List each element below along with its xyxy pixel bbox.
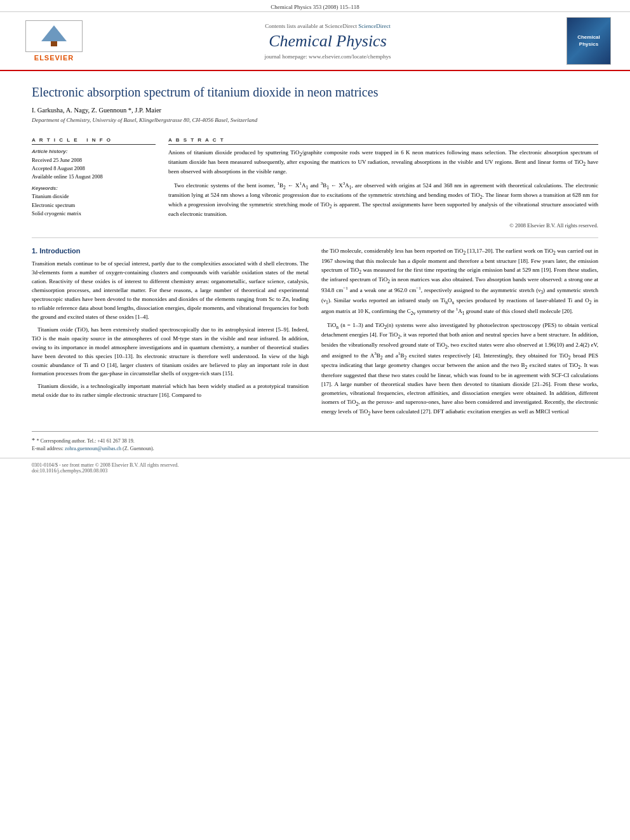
keyword-2: Electronic spectrum bbox=[32, 201, 156, 210]
introduction-body-right: the TiO molecule, considerably less has … bbox=[321, 247, 598, 417]
intro-para-3: Titanium dioxide, is a technologically i… bbox=[32, 382, 309, 400]
right-para-2: TiOn (n = 1–3) and TiO2(n) systems were … bbox=[321, 321, 598, 418]
svg-rect-2 bbox=[51, 41, 57, 46]
doi-line: doi:10.1016/j.chemphys.2008.08.003 bbox=[32, 468, 598, 474]
main-left-column: 1. Introduction Transition metals contin… bbox=[32, 247, 309, 421]
intro-para-1: Transition metals continue to be of spec… bbox=[32, 260, 309, 322]
corresponding-author-note: * * Corresponding author. Tel.: +41 61 2… bbox=[32, 436, 598, 453]
abstract-heading: A B S T R A C T bbox=[168, 137, 598, 145]
abstract-paragraph-1: Anions of titanium dioxide produced by s… bbox=[168, 149, 598, 177]
keyword-1: Titanium dioxide bbox=[32, 192, 156, 201]
elsevier-logo-img bbox=[25, 20, 83, 52]
email-address: zohra.guennoun@unibas.ch bbox=[65, 446, 121, 451]
journal-reference: Chemical Physics 353 (2008) 115–118 bbox=[271, 4, 359, 10]
email-label: E-mail address: bbox=[32, 446, 64, 451]
sciencedirect-link[interactable]: ScienceDirect bbox=[358, 23, 390, 29]
received-date: Received 25 June 2008 bbox=[32, 156, 156, 164]
main-content: 1. Introduction Transition metals contin… bbox=[0, 247, 630, 421]
keywords-label: Keywords: bbox=[32, 185, 156, 191]
introduction-heading: 1. Introduction bbox=[32, 247, 309, 255]
intro-para-2: Titanium oxide (TiO), has been extensive… bbox=[32, 326, 309, 379]
sciencedirect-line: Contents lists available at ScienceDirec… bbox=[89, 23, 566, 29]
footer-section: * * Corresponding author. Tel.: +41 61 2… bbox=[32, 431, 598, 453]
issn-line: 0301-0104/$ - see front matter © 2008 El… bbox=[32, 462, 598, 468]
article-info-column: A R T I C L E I N F O Article history: R… bbox=[32, 137, 156, 229]
abstract-column: A B S T R A C T Anions of titanium dioxi… bbox=[168, 137, 598, 229]
star-symbol: * bbox=[32, 437, 37, 444]
abstract-text: Anions of titanium dioxide produced by s… bbox=[168, 149, 598, 218]
journal-title: Chemical Physics bbox=[89, 32, 566, 51]
article-title-section: Electronic absorption spectrum of titani… bbox=[0, 71, 630, 137]
journal-header: ELSEVIER Contents lists available at Sci… bbox=[0, 12, 630, 71]
article-title: Electronic absorption spectrum of titani… bbox=[32, 84, 598, 100]
journal-homepage: journal homepage: www.elsevier.com/locat… bbox=[89, 53, 566, 60]
bottom-bar: 0301-0104/$ - see front matter © 2008 El… bbox=[0, 458, 630, 477]
article-history-label: Article history: bbox=[32, 149, 156, 154]
keywords-list: Titanium dioxide Electronic spectrum Sol… bbox=[32, 192, 156, 218]
article-info-abstract-section: A R T I C L E I N F O Article history: R… bbox=[0, 137, 630, 229]
article-info-heading: A R T I C L E I N F O bbox=[32, 137, 156, 145]
accepted-date: Accepted 8 August 2008 bbox=[32, 164, 156, 173]
copyright-notice: © 2008 Elsevier B.V. All rights reserved… bbox=[168, 222, 598, 229]
journal-cover-image: ChemicalPhysics bbox=[566, 17, 611, 65]
right-para-1: the TiO molecule, considerably less has … bbox=[321, 247, 598, 317]
available-date: Available online 15 August 2008 bbox=[32, 173, 156, 181]
introduction-body-left: Transition metals continue to be of spec… bbox=[32, 260, 309, 400]
article-history-dates: Received 25 June 2008 Accepted 8 August … bbox=[32, 156, 156, 180]
keyword-3: Solid cryogenic matrix bbox=[32, 210, 156, 218]
cover-title: ChemicalPhysics bbox=[577, 34, 600, 46]
main-right-column: the TiO molecule, considerably less has … bbox=[321, 247, 598, 421]
elsevier-logo-block: ELSEVIER bbox=[19, 20, 89, 62]
email-person: (Z. Guennoun). bbox=[123, 446, 154, 451]
elsevier-label: ELSEVIER bbox=[34, 54, 74, 62]
abstract-paragraph-2: Two electronic systems of the bent isome… bbox=[168, 180, 598, 219]
journal-center-info: Contents lists available at ScienceDirec… bbox=[89, 23, 566, 60]
authors: I. Garkusha, A. Nagy, Z. Guennoun *, J.P… bbox=[32, 107, 598, 114]
affiliation: Department of Chemistry, University of B… bbox=[32, 117, 598, 123]
corresponding-author-text: * Corresponding author. Tel.: +41 61 267… bbox=[37, 438, 135, 444]
journal-reference-bar: Chemical Physics 353 (2008) 115–118 bbox=[0, 0, 630, 12]
section-divider bbox=[32, 237, 598, 238]
